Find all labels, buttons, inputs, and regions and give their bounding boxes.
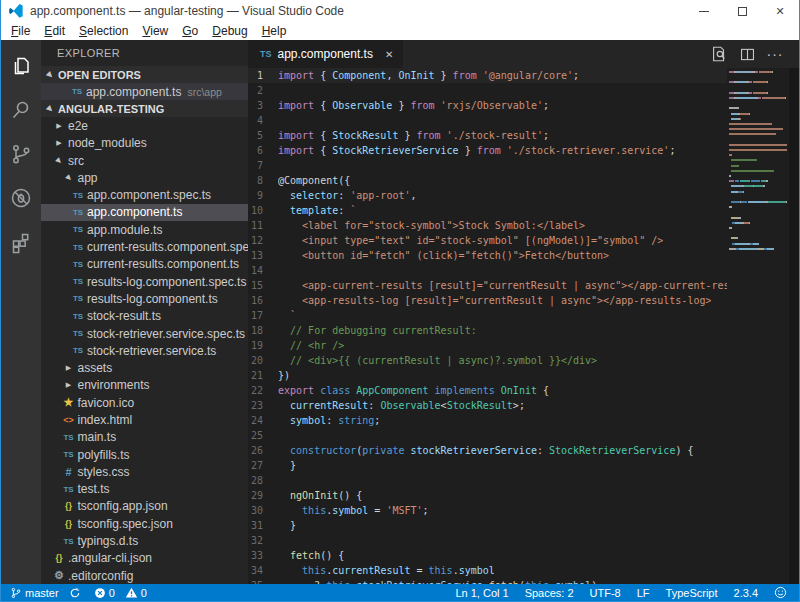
code-line-4[interactable]: 4 (248, 113, 727, 128)
tree-item-polyfills-ts[interactable]: TSpolyfills.ts (41, 446, 248, 463)
code-line-18[interactable]: 18 // For debugging currentResult: (248, 323, 727, 338)
tree-item-stock-retriever-service-ts[interactable]: TSstock-retriever.service.ts (41, 342, 248, 359)
more-actions-icon[interactable]: ··· (761, 40, 789, 68)
code-line-6[interactable]: 6import { StockRetrieverService } from '… (248, 143, 727, 158)
code-line-34[interactable]: 34 this.currentResult = this.symbol (248, 563, 727, 578)
open-changes-icon[interactable] (705, 40, 733, 68)
code-line-5[interactable]: 5import { StockResult } from './stock-re… (248, 128, 727, 143)
menu-item-file[interactable]: File (4, 24, 37, 38)
code-line-28[interactable]: 28 (248, 473, 727, 488)
tree-item-app-component-spec-ts[interactable]: TSapp.component.spec.ts (41, 186, 248, 203)
tree-item-stock-result-ts[interactable]: TSstock-result.ts (41, 308, 248, 325)
code-content[interactable]: 1import { Component, OnInit } from '@ang… (248, 68, 727, 584)
code-line-27[interactable]: 27 } (248, 458, 727, 473)
tab-close-icon[interactable]: ✕ (385, 49, 393, 60)
source-control-icon[interactable] (1, 132, 41, 176)
close-button[interactable]: ✕ (761, 0, 799, 22)
menu-item-view[interactable]: View (135, 24, 175, 38)
code-line-19[interactable]: 19 // <hr /> (248, 338, 727, 353)
code-line-7[interactable]: 7 (248, 158, 727, 173)
open-editors-header[interactable]: ▶ OPEN EDITORS (41, 66, 248, 83)
split-editor-icon[interactable] (733, 40, 761, 68)
code-line-15[interactable]: 15 <app-current-results [result]="curren… (248, 278, 727, 293)
code-line-17[interactable]: 17 ` (248, 308, 727, 323)
tree-item-test-ts[interactable]: TStest.ts (41, 481, 248, 498)
menu-item-selection[interactable]: Selection (72, 24, 135, 38)
tree-folder-app[interactable]: ▶app (41, 169, 248, 186)
cursor-position[interactable]: Ln 1, Col 1 (447, 587, 516, 599)
code-line-35[interactable]: 35 ? this.stockRetrieverService.fetch(th… (248, 578, 727, 584)
code-line-16[interactable]: 16 <app-results-log [result]="currentRes… (248, 293, 727, 308)
menu-item-debug[interactable]: Debug (205, 24, 254, 38)
code-line-25[interactable]: 25 (248, 428, 727, 443)
tree-item-app-component-ts[interactable]: TSapp.component.ts (41, 204, 248, 221)
code-line-22[interactable]: 22export class AppComponent implements O… (248, 383, 727, 398)
code-line-26[interactable]: 26 constructor(private stockRetrieverSer… (248, 443, 727, 458)
maximize-button[interactable] (723, 0, 761, 22)
tree-item-results-log-component-ts[interactable]: TSresults-log.component.ts (41, 290, 248, 307)
explorer-icon[interactable] (1, 44, 41, 88)
minimize-button[interactable] (685, 0, 723, 22)
code-line-31[interactable]: 31 } (248, 518, 727, 533)
code-line-10[interactable]: 10 template: ` (248, 203, 727, 218)
sync-button[interactable] (64, 587, 89, 599)
tree-folder-src[interactable]: ▶src (41, 152, 248, 169)
tree-item-main-ts[interactable]: TSmain.ts (41, 429, 248, 446)
menu-item-help[interactable]: Help (255, 24, 294, 38)
warnings-indicator[interactable]: 0 (120, 586, 152, 599)
extensions-icon[interactable] (1, 220, 41, 264)
code-line-30[interactable]: 30 this.symbol = 'MSFT'; (248, 503, 727, 518)
tab-app-component-ts[interactable]: TS app.component.ts ✕ (248, 40, 403, 68)
indentation-setting[interactable]: Spaces: 2 (517, 587, 582, 599)
tree-item-editorconfig[interactable]: ⚙.editorconfig (41, 567, 248, 584)
git-branch-indicator[interactable]: master (1, 587, 64, 599)
tree-item-angular-cli-json[interactable]: {}.angular-cli.json (41, 550, 248, 567)
tree-folder-assets[interactable]: ▶assets (41, 359, 248, 376)
tree-folder-environments[interactable]: ▶environments (41, 377, 248, 394)
tree-item-stock-retriever-service-spec-ts[interactable]: TSstock-retriever.service.spec.ts (41, 325, 248, 342)
code-line-13[interactable]: 13 <button id="fetch" (click)="fetch()">… (248, 248, 727, 263)
tree-item-favicon-ico[interactable]: ★favicon.ico (41, 394, 248, 411)
code-line-32[interactable]: 32 (248, 533, 727, 548)
code-line-24[interactable]: 24 symbol: string; (248, 413, 727, 428)
code-line-2[interactable]: 2 (248, 83, 727, 98)
code-line-3[interactable]: 3import { Observable } from 'rxjs/Observ… (248, 98, 727, 113)
code-line-23[interactable]: 23 currentResult: Observable<StockResult… (248, 398, 727, 413)
code-line-1[interactable]: 1import { Component, OnInit } from '@ang… (248, 68, 727, 83)
tree-folder-node-modules[interactable]: ▶node_modules (41, 135, 248, 152)
encoding-setting[interactable]: UTF-8 (582, 587, 629, 599)
tree-item-results-log-component-spec-ts[interactable]: TSresults-log.component.spec.ts (41, 273, 248, 290)
language-mode[interactable]: TypeScript (658, 587, 726, 599)
tree-item-typings-d-ts[interactable]: TStypings.d.ts (41, 532, 248, 549)
tree-folder-e2e[interactable]: ▶e2e (41, 117, 248, 134)
code-line-8[interactable]: 8@Component({ (248, 173, 727, 188)
menu-item-go[interactable]: Go (175, 24, 205, 38)
code-editor[interactable]: 1import { Component, OnInit } from '@ang… (248, 68, 799, 584)
menu-item-edit[interactable]: Edit (37, 24, 72, 38)
code-line-12[interactable]: 12 <input type="text" id="stock-symbol" … (248, 233, 727, 248)
search-icon[interactable] (1, 88, 41, 132)
minimap[interactable] (727, 68, 789, 584)
tree-item-current-results-component-spec-ts[interactable]: TScurrent-results.component.spec.ts (41, 238, 248, 255)
code-line-11[interactable]: 11 <label for="stock-symbol">Stock Symbo… (248, 218, 727, 233)
code-line-29[interactable]: 29 ngOnInit() { (248, 488, 727, 503)
errors-indicator[interactable]: 0 (89, 587, 120, 599)
feedback-smiley-icon[interactable] (766, 586, 799, 599)
open-editor-item[interactable]: TS app.component.ts src\app (41, 83, 248, 100)
tree-item-tsconfig-app-json[interactable]: {}tsconfig.app.json (41, 498, 248, 515)
eol-setting[interactable]: LF (629, 587, 658, 599)
code-line-14[interactable]: 14 (248, 263, 727, 278)
editor-scrollbar[interactable] (789, 68, 799, 584)
code-line-33[interactable]: 33 fetch() { (248, 548, 727, 563)
tree-item-app-module-ts[interactable]: TSapp.module.ts (41, 221, 248, 238)
typescript-version[interactable]: 2.3.4 (726, 587, 766, 599)
tree-item-index-html[interactable]: <>index.html (41, 411, 248, 428)
tree-item-current-results-component-ts[interactable]: TScurrent-results.component.ts (41, 256, 248, 273)
debug-icon[interactable] (1, 176, 41, 220)
code-line-21[interactable]: 21}) (248, 368, 727, 383)
tree-item-styles-css[interactable]: #styles.css (41, 463, 248, 480)
project-section-header[interactable]: ▶ ANGULAR-TESTING (41, 100, 248, 117)
code-line-9[interactable]: 9 selector: 'app-root', (248, 188, 727, 203)
code-line-20[interactable]: 20 // <div>{{ (currentResult | async)?.s… (248, 353, 727, 368)
tree-item-tsconfig-spec-json[interactable]: {}tsconfig.spec.json (41, 515, 248, 532)
